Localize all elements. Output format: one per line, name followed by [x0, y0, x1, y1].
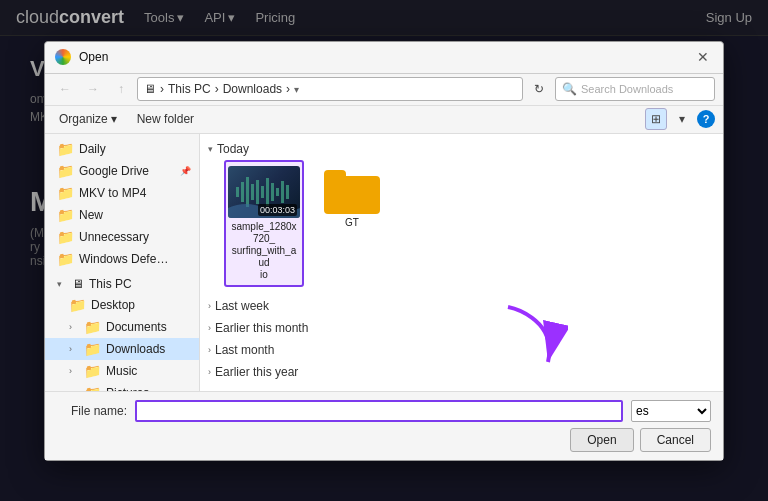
folder-sidebar: 📁 Daily 📁 Google Drive 📌 📁 MKV to MP4 📁 … — [45, 134, 200, 391]
file-video-sample[interactable]: 00:03:03 sample_1280x720_surfing_with_au… — [224, 160, 304, 287]
expand-icon: › — [69, 322, 79, 332]
sidebar-item-documents[interactable]: › 📁 Documents — [45, 316, 199, 338]
sidebar-item-daily[interactable]: 📁 Daily — [45, 138, 199, 160]
sidebar-item-label: Music — [106, 364, 137, 378]
filename-label: File name: — [57, 404, 127, 418]
sidebar-item-pictures[interactable]: › 📁 Pictures — [45, 382, 199, 391]
details-view-button[interactable]: ▾ — [671, 108, 693, 130]
new-folder-label: New folder — [137, 112, 194, 126]
section-expand-icon: › — [208, 301, 211, 311]
address-separator: › — [215, 82, 219, 96]
video-thumbnail: 00:03:03 — [228, 166, 300, 218]
svg-rect-10 — [286, 185, 289, 199]
new-folder-button[interactable]: New folder — [131, 110, 200, 128]
folder-icon: 📁 — [84, 341, 101, 357]
address-dropdown-icon[interactable]: ▾ — [294, 84, 299, 95]
section-label: Last week — [215, 299, 269, 313]
dialog-organize-toolbar: Organize ▾ New folder ⊞ ▾ ? — [45, 106, 723, 134]
svg-rect-7 — [271, 183, 274, 201]
folder-icon: 📁 — [69, 297, 86, 313]
folder-icon: 📁 — [57, 251, 74, 267]
svg-rect-6 — [266, 178, 269, 206]
sidebar-item-label: Daily — [79, 142, 106, 156]
sidebar-item-downloads[interactable]: › 📁 Downloads — [45, 338, 199, 360]
address-thispc: This PC — [168, 82, 211, 96]
address-separator: › — [286, 82, 290, 96]
folder-icon-large — [324, 170, 380, 214]
search-icon: 🔍 — [562, 82, 577, 96]
section-lastweek[interactable]: › Last week — [200, 295, 723, 317]
sidebar-item-desktop[interactable]: 📁 Desktop — [45, 294, 199, 316]
dialog-footer: File name: es Open Cancel — [45, 391, 723, 460]
expand-icon: › — [69, 366, 79, 376]
open-button[interactable]: Open — [570, 428, 633, 452]
sidebar-item-windowsdefender[interactable]: 📁 Windows Defen... — [45, 248, 199, 270]
today-files: 00:03:03 sample_1280x720_surfing_with_au… — [200, 160, 723, 295]
dialog-close-button[interactable]: ✕ — [693, 47, 713, 67]
dialog-app-icon — [55, 49, 71, 65]
filename-row: File name: es — [57, 400, 711, 422]
sidebar-item-label: Unnecessary — [79, 230, 149, 244]
address-bar[interactable]: 🖥 › This PC › Downloads › ▾ — [137, 77, 523, 101]
filename-input[interactable] — [135, 400, 623, 422]
organize-label: Organize — [59, 112, 108, 126]
section-today[interactable]: ▾ Today — [200, 138, 723, 160]
section-earlier-year[interactable]: › Earlier this year — [200, 361, 723, 383]
section-expand-icon: ▾ — [208, 144, 213, 154]
video-duration: 00:03:03 — [258, 204, 297, 216]
folder-icon: 📁 — [57, 229, 74, 245]
help-button[interactable]: ? — [697, 110, 715, 128]
sidebar-item-mkv[interactable]: 📁 MKV to MP4 — [45, 182, 199, 204]
sidebar-item-label: MKV to MP4 — [79, 186, 146, 200]
folder-icon: 📁 — [57, 163, 74, 179]
grid-view-button[interactable]: ⊞ — [645, 108, 667, 130]
sidebar-item-thispc[interactable]: ▾ 🖥 This PC — [45, 274, 199, 294]
section-expand-icon: › — [208, 345, 211, 355]
address-separator: › — [160, 82, 164, 96]
file-name: GT — [345, 217, 359, 229]
expand-icon: ▾ — [57, 279, 67, 289]
sidebar-item-googledrive[interactable]: 📁 Google Drive 📌 — [45, 160, 199, 182]
sidebar-item-label: Windows Defen... — [79, 252, 169, 266]
sidebar-item-label: Google Drive — [79, 164, 149, 178]
refresh-button[interactable]: ↻ — [527, 77, 551, 101]
back-button[interactable]: ← — [53, 77, 77, 101]
sidebar-item-new[interactable]: 📁 New — [45, 204, 199, 226]
organize-dropdown-icon: ▾ — [111, 112, 117, 126]
folder-icon: 📁 — [84, 363, 101, 379]
folder-icon: 📁 — [57, 207, 74, 223]
file-pane: ▾ Today — [200, 134, 723, 391]
sidebar-item-label: Documents — [106, 320, 167, 334]
address-downloads: Downloads — [223, 82, 282, 96]
sidebar-item-label: Desktop — [91, 298, 135, 312]
sidebar-item-music[interactable]: › 📁 Music — [45, 360, 199, 382]
svg-rect-2 — [246, 177, 249, 207]
open-file-dialog: Open ✕ ← → ↑ 🖥 › This PC › Downloads › ▾… — [44, 41, 724, 461]
dialog-titlebar: Open ✕ — [45, 42, 723, 74]
section-expand-icon: › — [208, 323, 211, 333]
organize-button[interactable]: Organize ▾ — [53, 110, 123, 128]
search-bar[interactable]: 🔍 Search Downloads — [555, 77, 715, 101]
svg-rect-9 — [281, 181, 284, 203]
section-earlier-month[interactable]: › Earlier this month — [200, 317, 723, 339]
file-folder-gt[interactable]: GT — [312, 164, 392, 287]
modal-overlay: Open ✕ ← → ↑ 🖥 › This PC › Downloads › ▾… — [0, 0, 768, 501]
svg-rect-5 — [261, 186, 264, 198]
section-label: Last month — [215, 343, 274, 357]
pin-icon: 📌 — [180, 166, 191, 176]
svg-rect-8 — [276, 188, 279, 196]
svg-rect-1 — [241, 182, 244, 202]
cancel-button[interactable]: Cancel — [640, 428, 711, 452]
computer-icon: 🖥 — [72, 277, 84, 291]
address-computer-icon: 🖥 — [144, 82, 156, 96]
filetype-select[interactable]: es — [631, 400, 711, 422]
up-button[interactable]: ↑ — [109, 77, 133, 101]
section-lastmonth[interactable]: › Last month — [200, 339, 723, 361]
action-buttons-row: Open Cancel — [57, 428, 711, 452]
folder-icon: 📁 — [84, 319, 101, 335]
sidebar-item-unnecessary[interactable]: 📁 Unnecessary — [45, 226, 199, 248]
search-placeholder: Search Downloads — [581, 83, 673, 95]
section-expand-icon: › — [208, 367, 211, 377]
svg-rect-0 — [236, 187, 239, 197]
forward-button[interactable]: → — [81, 77, 105, 101]
